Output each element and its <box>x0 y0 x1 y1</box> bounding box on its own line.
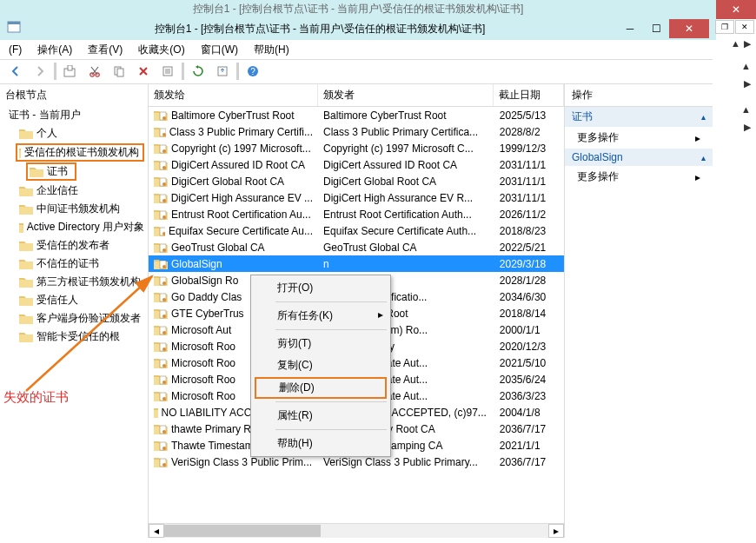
cell-issued-by: Equifax Secure Certificate Auth... <box>318 225 494 237</box>
table-row[interactable]: GlobalSignn2029/3/18 <box>149 255 564 272</box>
cell-issued-by: DigiCert Assured ID Root CA <box>318 159 494 171</box>
dup-close-button[interactable]: ✕ <box>735 20 754 34</box>
scroll-left-button[interactable]: ◂ <box>149 524 164 538</box>
folder-icon <box>19 203 33 215</box>
menu-view[interactable]: 查看(V) <box>84 41 126 59</box>
ctx-open[interactable]: 打开(O) <box>251 277 390 299</box>
menu-fav[interactable]: 收藏夹(O) <box>135 41 188 59</box>
toolbar-sep <box>54 63 56 80</box>
cell-expiry: 2026/11/2 <box>494 209 564 221</box>
table-row[interactable]: GeoTrust Global CAGeoTrust Global CA2022… <box>149 239 564 255</box>
scroll-right-button[interactable]: ▸ <box>548 524 564 538</box>
table-row[interactable]: Equifax Secure Certificate Au...Equifax … <box>149 222 564 239</box>
tree-trustee[interactable]: 受信任人 <box>0 291 148 309</box>
svg-point-41 <box>162 348 166 351</box>
tree-enterprise[interactable]: 企业信任 <box>0 182 148 200</box>
export-button[interactable] <box>212 61 233 82</box>
cell-issued-by: Class 3 Public Primary Certifica... <box>318 126 494 138</box>
svg-text:?: ? <box>250 67 255 76</box>
nav-back-button[interactable] <box>5 61 26 82</box>
ctx-copy[interactable]: 复制(C) <box>251 354 390 376</box>
up-button[interactable] <box>60 61 81 82</box>
svg-point-25 <box>162 215 166 219</box>
cell-issued-to: Entrust Root Certification Au... <box>149 209 318 221</box>
ctx-cut[interactable]: 剪切(T) <box>251 333 390 354</box>
cut-button[interactable] <box>84 61 105 82</box>
table-row[interactable]: DigiCert Assured ID Root CADigiCert Assu… <box>149 156 564 173</box>
tree-untrusted[interactable]: 不信任的证书 <box>0 255 148 273</box>
overlap-close-button[interactable]: ✕ <box>716 0 756 19</box>
properties-button[interactable] <box>157 61 178 82</box>
tree-ad[interactable]: Active Directory 用户对象 <box>0 218 148 236</box>
cell-expiry: 2031/11/1 <box>494 159 564 171</box>
window-title: 控制台1 - [控制台根节点\证书 - 当前用户\受信任的根证书颁发机构\证书] <box>23 22 617 36</box>
tree-trusted-pub[interactable]: 受信任的发布者 <box>0 236 148 255</box>
col-issued-by[interactable]: 颁发者 <box>318 84 494 106</box>
cell-expiry: 2025/5/13 <box>494 109 564 122</box>
svg-point-31 <box>162 265 166 268</box>
dup-arrow-row-5: ▶ <box>713 118 756 136</box>
ctx-delete[interactable]: 删除(D) <box>255 377 387 399</box>
tree-personal[interactable]: 个人 <box>0 124 148 142</box>
svg-point-43 <box>162 364 166 368</box>
menu-help[interactable]: 帮助(H) <box>250 41 293 59</box>
h-scrollbar[interactable]: ◂ ▸ <box>149 523 564 538</box>
cell-issued-to: Baltimore CyberTrust Root <box>149 109 318 122</box>
col-expiry[interactable]: 截止日期 <box>494 84 564 106</box>
menu-file[interactable]: (F) <box>5 42 25 57</box>
tree-trusted-root[interactable]: 受信任的根证书颁发机构 <box>16 143 144 162</box>
actions-header: 操作 <box>565 84 713 107</box>
ctx-help[interactable]: 帮助(H) <box>251 433 390 454</box>
maximize-button[interactable]: ☐ <box>643 19 669 38</box>
delete-button[interactable] <box>133 61 154 82</box>
cell-issued-by: Copyright (c) 1997 Microsoft C... <box>318 142 494 155</box>
scroll-thumb[interactable] <box>164 525 321 537</box>
table-row[interactable]: Baltimore CyberTrust RootBaltimore Cyber… <box>149 107 564 123</box>
tree-third[interactable]: 第三方根证书颁发机构 <box>0 273 148 291</box>
actions-section-globalsign[interactable]: GlobalSign▴ <box>565 149 713 166</box>
help-toolbar-button[interactable]: ? <box>242 61 263 82</box>
table-row[interactable]: DigiCert Global Root CADigiCert Global R… <box>149 173 564 189</box>
cell-expiry: 2036/7/17 <box>494 456 564 468</box>
actions-section-certs[interactable]: 证书▴ <box>565 107 713 127</box>
cell-issued-to: VeriSign Class 3 Public Prim... <box>149 456 318 468</box>
tree-cert-user[interactable]: 证书 - 当前用户 <box>0 106 148 124</box>
table-row[interactable]: Entrust Root Certification Au...Entrust … <box>149 206 564 222</box>
svg-point-19 <box>162 166 166 169</box>
collapse-arrow-icon: ▴ <box>701 112 706 122</box>
dup-play-icon: ▶ <box>744 38 751 50</box>
cell-expiry: 2018/8/14 <box>494 308 564 320</box>
table-row[interactable]: Class 3 Public Primary Certifi...Class 3… <box>149 123 564 140</box>
minimize-button[interactable]: ─ <box>617 19 643 38</box>
cell-issued-to: GeoTrust Global CA <box>149 242 318 254</box>
submenu-arrow-icon: ▸ <box>695 132 700 144</box>
toolbar-sep-3 <box>236 63 239 80</box>
copy-button[interactable] <box>109 61 129 82</box>
cell-expiry: 2036/7/17 <box>494 423 564 435</box>
actions-more-2[interactable]: 更多操作▸ <box>565 166 713 188</box>
ctx-properties[interactable]: 属性(R) <box>251 405 390 427</box>
nav-fwd-button[interactable] <box>30 61 50 82</box>
col-issued-to[interactable]: 颁发给 <box>149 84 318 106</box>
ctx-all-tasks[interactable]: 所有任务(K)▸ <box>251 305 390 327</box>
svg-point-35 <box>162 298 166 301</box>
folder-icon <box>19 147 21 158</box>
menu-action[interactable]: 操作(A) <box>34 41 76 59</box>
toolbar-sep-2 <box>182 63 184 80</box>
refresh-button[interactable] <box>188 61 209 82</box>
table-row[interactable]: Copyright (c) 1997 Microsoft...Copyright… <box>149 140 564 156</box>
actions-more-1[interactable]: 更多操作▸ <box>565 127 713 149</box>
tree-certs[interactable]: 证书 <box>26 162 76 181</box>
tree-intermediate[interactable]: 中间证书颁发机构 <box>0 200 148 218</box>
tree-root[interactable]: 台根节点 <box>0 84 148 106</box>
close-button[interactable]: ✕ <box>669 19 709 38</box>
table-row[interactable]: DigiCert High Assurance EV ...DigiCert H… <box>149 189 564 206</box>
menu-window[interactable]: 窗口(W) <box>197 41 242 59</box>
title-faint: 控制台1 - [控制台根节点\证书 - 当前用户\受信任的根证书颁发机构\证书] <box>0 0 716 17</box>
tree-smart[interactable]: 智能卡受信任的根 <box>0 328 148 346</box>
svg-rect-3 <box>68 65 72 70</box>
dup-arrow-row-4: ▲ <box>713 101 756 118</box>
svg-point-33 <box>162 281 166 285</box>
dup-restore-button[interactable]: ❐ <box>715 20 734 34</box>
tree-client[interactable]: 客户端身份验证颁发者 <box>0 309 148 328</box>
